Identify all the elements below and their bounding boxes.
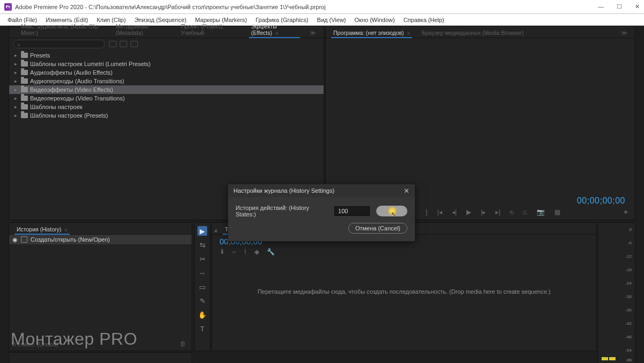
dialog-title: Настройки журнала (History Settings) xyxy=(233,187,334,194)
meter-tick: -18 xyxy=(625,267,632,272)
tree-label: Presets xyxy=(30,52,50,59)
minimize-button[interactable]: — xyxy=(598,3,604,10)
meter-tick: -12 xyxy=(625,254,632,259)
document-icon xyxy=(21,236,27,243)
tree-item-audio-transitions[interactable]: ▸Аудиопереходы (Audio Transitions) xyxy=(9,77,324,85)
go-to-out-icon[interactable]: ▸| xyxy=(495,208,500,216)
panel-menu-icon[interactable]: ≡ xyxy=(64,227,67,233)
folder-icon xyxy=(21,78,28,84)
cancel-button[interactable]: Отмена (Cancel) xyxy=(348,223,407,234)
window-titlebar: Pr Adobe Premiere Pro 2020 - C:\Пользова… xyxy=(0,0,644,14)
panel-overflow[interactable]: ≫ xyxy=(304,28,321,38)
timeline-tool-strip: ▶ ⇆ ✂ ↔ ▭ ✎ ✋ T xyxy=(194,222,210,351)
tree-item-video-effects[interactable]: ▸Видеоэффекты (Video Effects) xyxy=(9,85,324,94)
type-tool[interactable]: T xyxy=(197,324,207,333)
menu-view[interactable]: Вид (View) xyxy=(313,17,350,23)
close-tab-icon[interactable]: × xyxy=(214,228,218,234)
tab-effects[interactable]: Эффекты (Effects)≡ xyxy=(246,21,303,38)
step-back-icon[interactable]: ◂| xyxy=(452,208,457,216)
chevron-right-icon: ▸ xyxy=(14,61,19,67)
program-panel-tabs: Программа: (нет эпизодов)≡ Браузер медиа… xyxy=(326,26,635,38)
tree-item-video-transitions[interactable]: ▸Видеопереходы (Video Transitions) xyxy=(9,94,324,103)
history-settings-dialog: Настройки журнала (History Settings) ✕ И… xyxy=(228,184,415,242)
app-logo-icon: Pr xyxy=(4,3,12,11)
app-title: Adobe Premiere Pro 2020 xyxy=(15,4,83,10)
export-frame-icon[interactable]: 📷 xyxy=(537,208,545,216)
tab-program[interactable]: Программа: (нет эпизодов)≡ xyxy=(328,28,415,38)
history-states-label: История действий: (History States:) xyxy=(236,205,328,217)
folder-icon xyxy=(21,87,28,92)
folder-icon xyxy=(21,61,28,67)
tree-label: Видеопереходы (Video Transitions) xyxy=(30,95,125,101)
tab-label: Проект (Project): Учебный xyxy=(181,23,224,36)
panel-menu-icon[interactable]: ≡ xyxy=(407,31,410,36)
folder-icon xyxy=(21,70,28,75)
mark-out-icon[interactable]: } xyxy=(426,208,428,216)
audio-meters-panel: 0 -6 -12 -18 -24 -30 -36 -42 -48 -54 dB xyxy=(598,222,635,363)
menu-help[interactable]: Справка (Help) xyxy=(399,17,449,23)
history-states-input[interactable] xyxy=(334,206,370,216)
meter-tick: -30 xyxy=(625,294,632,299)
tree-label: Аудиоэффекты (Audio Effects) xyxy=(30,69,113,76)
dialog-close-icon[interactable]: ✕ xyxy=(404,187,409,195)
history-delete-icon[interactable]: 🗑 xyxy=(180,340,186,347)
tab-label: Программа: (нет эпизодов) xyxy=(333,30,404,36)
close-button[interactable]: ✕ xyxy=(635,3,640,10)
meter-tick: -48 xyxy=(625,335,632,339)
meter-tick: -6 xyxy=(628,241,632,245)
button-editor-icon[interactable]: ＋ xyxy=(622,207,630,217)
comparison-icon[interactable]: ▦ xyxy=(554,208,560,216)
tab-label: Эффекты (Effects) xyxy=(251,23,277,36)
tab-metadata[interactable]: Метаданные (Metadata) xyxy=(111,21,175,38)
history-item-new-open[interactable]: ◉ Создать/открыть (New/Open) xyxy=(9,235,192,244)
tab-media-browser[interactable]: Браузер медиаданных (Media Browser) xyxy=(416,28,529,38)
pen-tool[interactable]: ✎ xyxy=(197,296,207,306)
panel-menu-icon[interactable]: ≡ xyxy=(275,31,278,36)
tree-label: Шаблоны настроек (Presets) xyxy=(30,112,108,119)
track-select-tool[interactable]: ⇆ xyxy=(197,240,207,250)
chevron-right-icon: ▸ xyxy=(14,96,19,101)
tree-item-audio-effects[interactable]: ▸Аудиоэффекты (Audio Effects) xyxy=(9,68,324,77)
maximize-button[interactable]: ☐ xyxy=(617,3,622,10)
watermark-text: Монтажер PRO xyxy=(11,329,137,349)
tab-project[interactable]: Проект (Project): Учебный xyxy=(175,21,245,38)
razor-tool[interactable]: ↔ xyxy=(197,268,207,278)
document-path: C:\Пользователи\Александр\Рабочий стол\п… xyxy=(89,4,326,10)
meter-tick: -54 xyxy=(625,348,632,353)
bottom-strip-panel xyxy=(9,352,192,363)
history-item-label: Создать/открыть (New/Open) xyxy=(31,236,110,243)
lift-icon[interactable]: ⎋ xyxy=(510,208,514,216)
effects-tree: ▸Presets ▸Шаблоны настроек Lumetri (Lume… xyxy=(9,50,324,121)
panel-overflow[interactable]: ≫ xyxy=(616,28,633,38)
filter-32bit-icon[interactable] xyxy=(120,41,127,47)
selection-tool[interactable]: ▶ xyxy=(197,226,207,236)
tree-item-lumetri[interactable]: ▸Шаблоны настроек Lumetri (Lumetri Prese… xyxy=(9,60,324,68)
meter-tick: 0 xyxy=(630,227,632,232)
tree-item-presets[interactable]: ▸Presets xyxy=(9,51,324,60)
go-to-in-icon[interactable]: |◂ xyxy=(437,208,442,216)
tab-audio-clip-mixer[interactable]: Микс. аудиоклипа: (Audio Clip Mixer:) xyxy=(16,21,109,38)
play-icon[interactable]: ▶ xyxy=(466,208,471,216)
effects-search-input[interactable] xyxy=(13,40,105,48)
hand-tool[interactable]: ✋ xyxy=(197,310,207,320)
ok-button[interactable]: Ок ↖ xyxy=(376,206,407,216)
ripple-edit-tool[interactable]: ✂ xyxy=(197,254,207,264)
meter-scale: 0 -6 -12 -18 -24 -30 -36 -42 -48 -54 dB xyxy=(601,227,633,361)
tree-item-templates[interactable]: ▸Шаблоны настроек xyxy=(9,103,324,111)
dialog-titlebar[interactable]: Настройки журнала (History Settings) ✕ xyxy=(228,184,415,197)
extract-icon[interactable]: ⎌ xyxy=(523,208,527,216)
chevron-right-icon: ▸ xyxy=(14,70,19,75)
filter-yuv-icon[interactable] xyxy=(130,41,138,47)
program-timecode[interactable]: 00;00;00;00 xyxy=(577,196,625,206)
menu-window[interactable]: Окно (Window) xyxy=(350,17,399,23)
step-forward-icon[interactable]: |▸ xyxy=(481,208,486,216)
tab-label: Метаданные (Metadata) xyxy=(116,23,149,36)
tree-label: Видеоэффекты (Video Effects) xyxy=(30,86,113,93)
chevron-right-icon: ▸ xyxy=(14,53,19,58)
tab-history[interactable]: История (History)≡ xyxy=(11,224,73,234)
tree-item-templates-presets[interactable]: ▸Шаблоны настроек (Presets) xyxy=(9,111,324,120)
title-separator: - xyxy=(83,4,89,10)
filter-accelerated-icon[interactable] xyxy=(109,41,116,47)
meter-tick: -36 xyxy=(625,308,632,313)
slip-tool[interactable]: ▭ xyxy=(197,282,207,292)
